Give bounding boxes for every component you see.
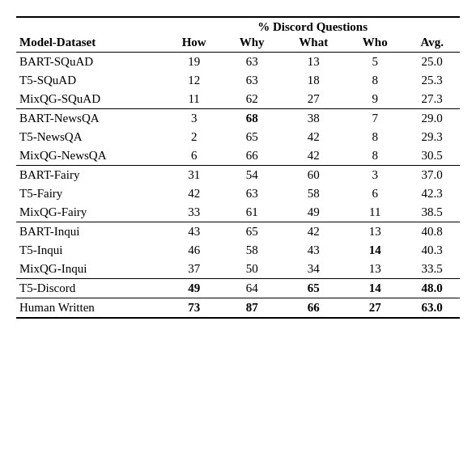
avg-cell: 40.3 — [404, 241, 460, 260]
how-cell: 49 — [165, 279, 223, 298]
how-cell: 43 — [165, 222, 223, 242]
how-header: How — [165, 34, 223, 53]
why-cell: 61 — [223, 203, 281, 222]
table-row: BART-Inqui4365421340.8 — [16, 222, 460, 242]
how-cell: 6 — [165, 146, 223, 166]
who-cell: 11 — [346, 203, 404, 222]
table-row: MixQG-Fairy3361491138.5 — [16, 203, 460, 222]
how-cell: 12 — [165, 71, 223, 90]
why-cell: 64 — [223, 279, 281, 298]
who-header: Who — [346, 34, 404, 53]
how-cell: 73 — [165, 298, 223, 319]
why-cell: 54 — [223, 166, 281, 185]
avg-cell: 37.0 — [404, 166, 460, 185]
who-cell: 6 — [346, 184, 404, 203]
who-cell: 14 — [346, 241, 404, 260]
model-cell: BART-Inqui — [16, 222, 165, 242]
table-row: T5-SQuAD126318825.3 — [16, 71, 460, 90]
what-header: What — [281, 34, 346, 53]
model-cell: BART-NewsQA — [16, 109, 165, 129]
what-cell: 65 — [281, 279, 346, 298]
what-cell: 18 — [281, 71, 346, 90]
who-cell: 5 — [346, 53, 404, 72]
what-cell: 13 — [281, 53, 346, 72]
avg-cell: 63.0 — [404, 298, 460, 319]
title-row: % Discord Questions — [16, 17, 460, 34]
table-row: MixQG-Inqui3750341333.5 — [16, 260, 460, 279]
what-cell: 60 — [281, 166, 346, 185]
why-header: Why — [223, 34, 281, 53]
what-cell: 66 — [281, 298, 346, 319]
table-row: Human Written7387662763.0 — [16, 298, 460, 319]
model-cell: MixQG-Fairy — [16, 203, 165, 222]
what-cell: 42 — [281, 146, 346, 166]
table-row: T5-Inqui4658431440.3 — [16, 241, 460, 260]
who-cell: 13 — [346, 222, 404, 242]
how-cell: 3 — [165, 109, 223, 129]
why-cell: 63 — [223, 71, 281, 90]
avg-header: Avg. — [404, 34, 460, 53]
model-cell: T5-SQuAD — [16, 71, 165, 90]
avg-cell: 40.8 — [404, 222, 460, 242]
table-row: T5-Discord4964651448.0 — [16, 279, 460, 298]
model-cell: T5-Fairy — [16, 184, 165, 203]
who-cell: 27 — [346, 298, 404, 319]
what-cell: 34 — [281, 260, 346, 279]
table-row: T5-NewsQA26542829.3 — [16, 128, 460, 146]
how-cell: 37 — [165, 260, 223, 279]
avg-cell: 25.3 — [404, 71, 460, 90]
model-header: Model-Dataset — [16, 34, 165, 53]
table-row: MixQG-NewsQA66642830.5 — [16, 146, 460, 166]
why-cell: 65 — [223, 222, 281, 242]
model-cell: MixQG-Inqui — [16, 260, 165, 279]
results-table: % Discord Questions Model-Dataset How Wh… — [16, 16, 460, 319]
who-cell: 9 — [346, 90, 404, 109]
model-cell: T5-NewsQA — [16, 128, 165, 146]
avg-cell: 27.3 — [404, 90, 460, 109]
who-cell: 7 — [346, 109, 404, 129]
model-cell: Human Written — [16, 298, 165, 319]
what-cell: 43 — [281, 241, 346, 260]
table-row: MixQG-SQuAD116227927.3 — [16, 90, 460, 109]
how-cell: 42 — [165, 184, 223, 203]
avg-cell: 48.0 — [404, 279, 460, 298]
why-cell: 66 — [223, 146, 281, 166]
how-cell: 31 — [165, 166, 223, 185]
who-cell: 8 — [346, 146, 404, 166]
who-cell: 8 — [346, 128, 404, 146]
table-row: BART-Fairy315460337.0 — [16, 166, 460, 185]
why-cell: 87 — [223, 298, 281, 319]
empty-header — [16, 17, 165, 34]
why-cell: 63 — [223, 53, 281, 72]
avg-cell: 29.0 — [404, 109, 460, 129]
what-cell: 38 — [281, 109, 346, 129]
how-cell: 46 — [165, 241, 223, 260]
column-headers: Model-Dataset How Why What Who Avg. — [16, 34, 460, 53]
what-cell: 42 — [281, 222, 346, 242]
table-title: % Discord Questions — [165, 17, 460, 34]
model-cell: BART-Fairy — [16, 166, 165, 185]
who-cell: 3 — [346, 166, 404, 185]
table-row: BART-NewsQA36838729.0 — [16, 109, 460, 129]
who-cell: 8 — [346, 71, 404, 90]
why-cell: 50 — [223, 260, 281, 279]
model-cell: T5-Discord — [16, 279, 165, 298]
how-cell: 11 — [165, 90, 223, 109]
model-cell: T5-Inqui — [16, 241, 165, 260]
what-cell: 49 — [281, 203, 346, 222]
model-cell: MixQG-SQuAD — [16, 90, 165, 109]
model-cell: BART-SQuAD — [16, 53, 165, 72]
who-cell: 14 — [346, 279, 404, 298]
avg-cell: 42.3 — [404, 184, 460, 203]
what-cell: 27 — [281, 90, 346, 109]
what-cell: 42 — [281, 128, 346, 146]
why-cell: 58 — [223, 241, 281, 260]
what-cell: 58 — [281, 184, 346, 203]
why-cell: 62 — [223, 90, 281, 109]
avg-cell: 30.5 — [404, 146, 460, 166]
how-cell: 19 — [165, 53, 223, 72]
avg-cell: 33.5 — [404, 260, 460, 279]
model-cell: MixQG-NewsQA — [16, 146, 165, 166]
who-cell: 13 — [346, 260, 404, 279]
table-container: % Discord Questions Model-Dataset How Wh… — [16, 16, 460, 319]
